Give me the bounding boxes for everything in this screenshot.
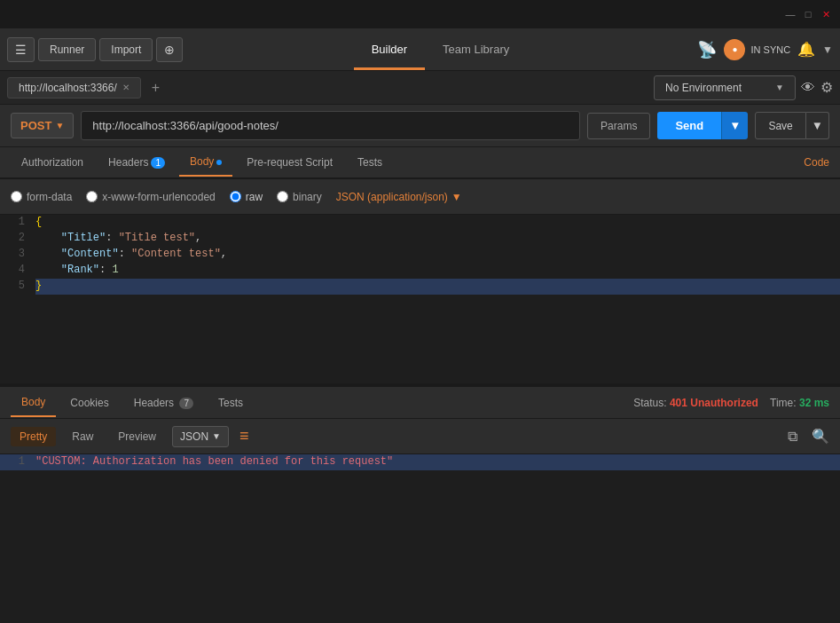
titlebar: — □ ✕: [0, 0, 840, 28]
resp-tab-headers[interactable]: Headers 7: [123, 390, 204, 416]
search-icon[interactable]: 🔍: [812, 428, 829, 445]
code-line-4: 4 "Rank": 1: [0, 263, 840, 279]
status-code: 401 Unauthorized: [670, 397, 758, 409]
tab-close-button[interactable]: ✕: [122, 83, 130, 92]
tab-url-label: http://localhost:3366/: [19, 82, 117, 94]
form-data-option[interactable]: form-data: [11, 191, 72, 203]
response-time: 32 ms: [799, 397, 829, 409]
urlencoded-option[interactable]: x-www-form-urlencoded: [86, 191, 215, 203]
sync-label: IN SYNC: [750, 44, 790, 55]
response-code-editor[interactable]: 1 "CUSTOM: Authorization has been denied…: [0, 454, 840, 623]
url-input[interactable]: [81, 111, 580, 140]
params-button[interactable]: Params: [587, 113, 650, 139]
tab-tests[interactable]: Tests: [347, 149, 393, 176]
request-panel: Authorization Headers1 Body Pre-request …: [0, 147, 840, 387]
close-button[interactable]: ✕: [820, 9, 831, 20]
save-button[interactable]: Save: [755, 112, 805, 139]
code-line-5: 5 }: [0, 279, 840, 295]
format-select[interactable]: JSON (application/json) ▼: [336, 191, 462, 203]
import-button[interactable]: Import: [99, 38, 153, 61]
sync-button[interactable]: ● IN SYNC: [724, 39, 790, 60]
resp-format-chevron-icon: ▼: [212, 431, 221, 441]
runner-button[interactable]: Runner: [38, 38, 96, 61]
code-line-2: 2 "Title": "Title test",: [0, 231, 840, 247]
request-tabs: Authorization Headers1 Body Pre-request …: [0, 147, 840, 179]
sidebar-toggle-button[interactable]: ☰: [7, 37, 35, 62]
preview-button[interactable]: Preview: [109, 427, 165, 446]
tab-authorization[interactable]: Authorization: [11, 149, 94, 176]
response-format-bar: Pretty Raw Preview JSON ▼ ≡ ⧉ 🔍: [0, 419, 840, 454]
send-button-group: Send ▼: [657, 112, 748, 139]
env-label: No Environment: [665, 82, 742, 94]
code-line-3: 3 "Content": "Content test",: [0, 247, 840, 263]
tab-builder[interactable]: Builder: [354, 35, 425, 63]
send-dropdown-button[interactable]: ▼: [721, 112, 748, 139]
minimize-button[interactable]: —: [785, 9, 796, 20]
tab-body[interactable]: Body: [179, 148, 232, 177]
response-status: Status: 401 Unauthorized Time: 32 ms: [633, 397, 829, 409]
method-chevron-icon: ▼: [55, 121, 64, 130]
add-tab-button[interactable]: +: [145, 76, 167, 99]
eye-icon[interactable]: 👁: [801, 80, 815, 96]
method-select[interactable]: POST ▼: [11, 113, 74, 138]
code-link[interactable]: Code: [804, 156, 829, 169]
send-button[interactable]: Send: [657, 112, 721, 139]
resp-format-select[interactable]: JSON ▼: [172, 426, 229, 447]
env-chevron-icon: ▼: [775, 83, 784, 92]
response-panel: Body Cookies Headers 7 Tests Status: 401…: [0, 387, 840, 623]
nav-tabs: Builder Team Library: [186, 35, 694, 63]
headers-badge: 1: [151, 157, 165, 169]
response-tabs: Body Cookies Headers 7 Tests Status: 401…: [0, 387, 840, 419]
request-tab[interactable]: http://localhost:3366/ ✕: [7, 77, 141, 99]
resp-headers-badge: 7: [179, 398, 193, 409]
bell-icon[interactable]: 🔔: [797, 41, 815, 58]
resp-tab-tests[interactable]: Tests: [208, 390, 254, 416]
sync-circle-icon: ●: [724, 39, 745, 60]
method-label: POST: [20, 119, 51, 132]
resp-line-1: 1 "CUSTOM: Authorization has been denied…: [0, 454, 840, 470]
resp-tab-cookies[interactable]: Cookies: [59, 390, 119, 416]
url-bar: POST ▼ Params Send ▼ Save ▼: [0, 105, 840, 147]
raw-button[interactable]: Raw: [63, 427, 102, 446]
env-selector[interactable]: No Environment ▼: [654, 75, 796, 100]
gear-icon[interactable]: ⚙: [820, 79, 833, 96]
new-tab-button[interactable]: ⊕: [156, 37, 183, 62]
wrap-icon[interactable]: ≡: [239, 427, 249, 446]
raw-option[interactable]: raw: [230, 191, 263, 203]
body-options: form-data x-www-form-urlencoded raw bina…: [0, 179, 840, 215]
satellite-icon[interactable]: 📡: [697, 40, 717, 59]
chevron-down-icon[interactable]: ▼: [822, 43, 833, 56]
code-line-1: 1 {: [0, 215, 840, 231]
tab-headers[interactable]: Headers1: [98, 149, 176, 176]
save-button-group: Save ▼: [755, 112, 829, 139]
maximize-button[interactable]: □: [803, 9, 813, 20]
format-chevron-icon: ▼: [451, 191, 462, 203]
body-dot: [216, 160, 222, 165]
binary-option[interactable]: binary: [277, 191, 322, 203]
tab-prerequest[interactable]: Pre-request Script: [236, 149, 343, 176]
resp-tab-body[interactable]: Body: [11, 389, 56, 417]
main-toolbar: ☰ Runner Import ⊕ Builder Team Library 📡…: [0, 28, 840, 71]
save-dropdown-button[interactable]: ▼: [806, 112, 829, 139]
copy-icon[interactable]: ⧉: [788, 429, 797, 445]
request-code-editor[interactable]: 1 { 2 "Title": "Title test", 3 "Content"…: [0, 215, 840, 383]
tab-team-library[interactable]: Team Library: [425, 35, 527, 63]
toolbar-right: 📡 ● IN SYNC 🔔 ▼: [697, 39, 833, 60]
pretty-button[interactable]: Pretty: [11, 427, 56, 446]
